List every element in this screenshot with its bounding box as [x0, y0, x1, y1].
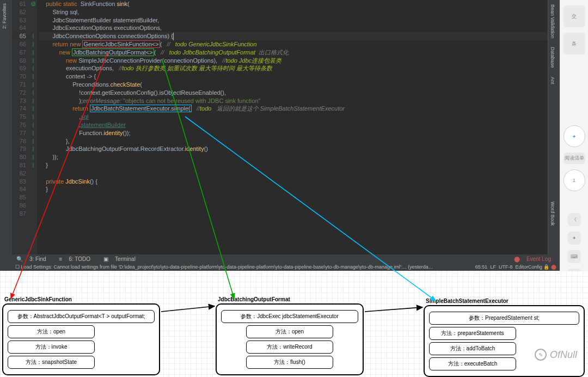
tab-terminal[interactable]: ▣ Terminal	[99, 256, 144, 262]
status-icon: ☐	[15, 264, 20, 270]
tab-find[interactable]: 🔍 3: Find	[12, 256, 55, 262]
right-tab-ant[interactable]: Ant	[548, 72, 557, 89]
rs-t3-icon[interactable]: ⌨	[568, 250, 581, 263]
rs-plus-icon[interactable]: ＋	[564, 125, 585, 147]
node-c-row2: 方法：addToBatch	[429, 342, 516, 355]
diagram-canvas: GenericJdbcSinkFunction 参数：AbstractJdbcO…	[0, 271, 588, 377]
node-b-row0: 参数：JdbcExec jdbcStatementExecutor	[221, 310, 358, 323]
node-a-title: GenericJdbcSinkFunction	[4, 296, 72, 302]
status-cfg: EditorConfig	[515, 264, 542, 270]
rs-t1-icon[interactable]: 《	[568, 213, 581, 226]
node-b-title: JdbcBatchingOutputFormat	[218, 296, 290, 302]
right-tool-strip: Bean Validation Database Ant Word Book	[548, 0, 560, 271]
node-b-row1: 方法：open	[246, 325, 333, 338]
editor: 6162636465666768697071727374757677787980…	[12, 0, 560, 271]
rs-t2-icon[interactable]: ✦	[568, 232, 581, 245]
node-a-row1: 方法：open	[8, 325, 95, 338]
node-c-row3: 方法：executeBatch	[429, 357, 516, 370]
node-c-row0: 参数：PreparedStatement st;	[429, 312, 579, 325]
right-tab-bean[interactable]: Bean Validation	[548, 0, 557, 42]
rs-1[interactable]: 交	[564, 5, 585, 27]
node-a-row3: 方法：snapshotState	[8, 356, 95, 369]
gutter-marks: @|||||||||||||||||	[29, 0, 37, 271]
status-enc: LF	[490, 264, 496, 270]
status-bar: ☐ Load Settings: Cannot load settings fr…	[12, 263, 560, 271]
status-lock-icon: 🔒	[543, 264, 549, 270]
node-b-row2: 方法：writeRecord	[246, 340, 333, 354]
right-tab-wordbook[interactable]: Word Book	[548, 197, 557, 230]
node-batching: JdbcBatchingOutputFormat 参数：JdbcExec jdb…	[216, 303, 364, 375]
gutter: 6162636465666768697071727374757677787980…	[12, 0, 29, 271]
status-warn-icon: ⬤	[551, 264, 556, 270]
left-tool-strip: 2: Favorites	[0, 0, 12, 271]
node-a-row0: 参数：AbstractJdbcOutputFormat<T > outputFo…	[8, 310, 155, 323]
tab-event-log[interactable]: ⬤ Event Log	[510, 256, 560, 262]
rs-2[interactable]: 条	[564, 33, 585, 54]
node-simple: SimpleBatchStatementExecutor 参数：Prepared…	[424, 305, 585, 377]
watermark-icon: ✎	[535, 349, 547, 361]
node-a-row2: 方法：invoke	[8, 340, 95, 354]
node-generic: GenericJdbcSinkFunction 参数：AbstractJdbcO…	[2, 303, 160, 375]
tab-todo[interactable]: ≡ 6: TODO	[55, 256, 100, 262]
node-c-title: SimpleBatchStatementExecutor	[426, 298, 509, 304]
right-tab-db[interactable]: Database	[548, 42, 557, 72]
status-pos: 65:51	[475, 264, 488, 270]
node-c-row1: 方法：prepareStatements	[429, 327, 516, 340]
node-b-row3: 方法：flush()	[246, 356, 333, 369]
rs-circle2-icon[interactable]: 1	[564, 169, 585, 191]
status-msg: Load Settings: Cannot load settings from…	[21, 264, 435, 270]
watermark: ✎ OfNull	[535, 349, 577, 361]
status-charset: UTF-8	[499, 264, 513, 270]
code-area[interactable]: public static SinkFunction sink( String …	[37, 0, 560, 271]
rs-3[interactable]: 阅读清单	[564, 153, 585, 164]
bottom-tool-tabs: 🔍 3: Find ≡ 6: TODO ▣ Terminal ⬤ Event L…	[12, 254, 560, 263]
left-tab-favorites[interactable]: 2: Favorites	[0, 0, 9, 32]
